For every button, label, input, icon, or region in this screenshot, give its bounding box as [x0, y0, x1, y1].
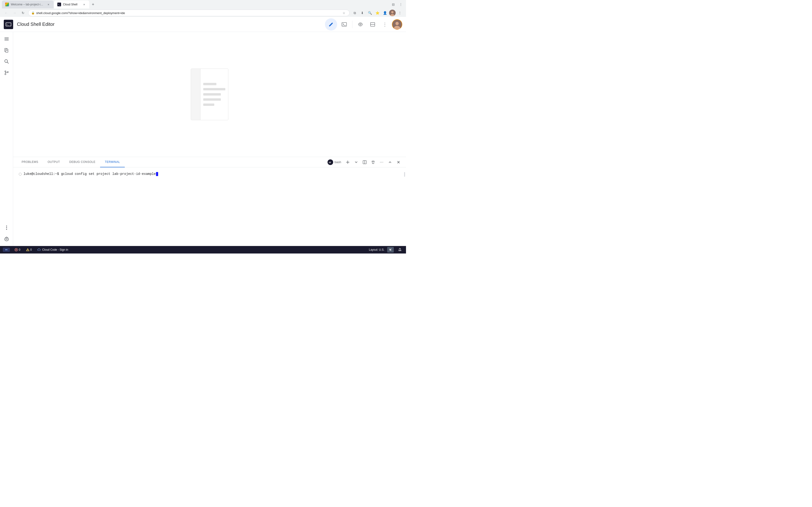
terminal-mode-button[interactable]: [339, 19, 349, 30]
tab-output-label: OUTPUT: [48, 160, 60, 164]
terminal-scrollbar[interactable]: [404, 167, 406, 246]
tab-label-cloudshell: Cloud Shell: [63, 3, 80, 6]
remote-status-icon: [5, 248, 8, 251]
collapse-icon: [388, 161, 392, 164]
terminal-cursor: [156, 172, 158, 176]
tab-debug-label: DEBUG CONSOLE: [69, 160, 95, 164]
browser-chrome: Welcome – lab-project-id-ex... ✕ >_ Clou…: [0, 0, 406, 17]
search-icon: [4, 59, 9, 64]
add-terminal-icon: [346, 160, 350, 164]
sidebar-item-more[interactable]: [1, 223, 12, 233]
terminal-prompt-text: luke@cloudshell:~$ gcloud config set pro…: [23, 172, 158, 176]
sidebar-item-search[interactable]: [1, 56, 12, 67]
tab-welcome[interactable]: Welcome – lab-project-id-ex... ✕: [2, 0, 54, 8]
tab-output[interactable]: OUTPUT: [43, 157, 65, 167]
settings-icon: [4, 236, 9, 241]
tab-close-cloudshell[interactable]: ✕: [82, 3, 86, 6]
layout-status[interactable]: Layout: U.S.: [369, 248, 385, 251]
forward-button[interactable]: →: [11, 10, 18, 16]
tab-debug-console[interactable]: DEBUG CONSOLE: [65, 157, 100, 167]
url-bar-icons: ☆: [341, 10, 347, 15]
svg-point-12: [395, 22, 399, 25]
more-terminal-button[interactable]: ⋯: [378, 158, 385, 166]
new-tab-button[interactable]: +: [90, 1, 96, 8]
svg-point-23: [5, 71, 6, 72]
placeholder-line-5: [203, 104, 214, 106]
url-bar[interactable]: 🔒 shell.cloud.google.com/?show=ide&envir…: [28, 10, 350, 16]
bell-icon: [398, 248, 402, 251]
user-avatar-icon: [392, 20, 402, 29]
status-right: Layout: U.S.: [369, 247, 403, 252]
cloud-shell-logo-icon: >_: [5, 21, 12, 28]
app-title: Cloud Shell Editor: [17, 21, 321, 27]
sidebar-item-settings[interactable]: [1, 234, 12, 244]
edit-mode-button[interactable]: [325, 18, 337, 31]
status-arrow-button[interactable]: [387, 247, 394, 252]
bash-label: bash: [335, 160, 341, 164]
tab-cloudshell[interactable]: >_ Cloud Shell ✕: [54, 0, 89, 8]
editor-area: PROBLEMS OUTPUT DEBUG CONSOLE TERMINAL: [13, 32, 406, 246]
cloud-code-label: Cloud Code - Sign in: [42, 248, 68, 251]
tab-problems[interactable]: PROBLEMS: [17, 157, 43, 167]
preview-button[interactable]: [355, 19, 366, 30]
sidebar-item-git[interactable]: [1, 68, 12, 78]
browser-right-controls: ⧉ ⬇ 🔍 ⭐ 👤 ⋮: [352, 10, 403, 16]
svg-point-24: [5, 74, 6, 75]
tab-terminal-label: TERMINAL: [105, 160, 120, 164]
sidebar-item-files[interactable]: [1, 45, 12, 55]
url-text: shell.cloud.google.com/?show=ide&environ…: [36, 11, 340, 15]
user-profile-button[interactable]: [389, 10, 396, 16]
collapse-panel-button[interactable]: [386, 158, 394, 166]
terminal-tabs-right: sh bash: [326, 158, 402, 166]
profile-avatar-icon: [389, 10, 396, 16]
terminal-user: luke@cloudshell: [23, 172, 53, 176]
more-options-button[interactable]: ⋮: [380, 19, 390, 30]
favorites-button[interactable]: ⭐: [374, 10, 380, 16]
terminal-path: :~$: [53, 172, 59, 176]
app-layout: >_ Cloud Shell Editor: [0, 17, 406, 253]
bookmark-icon[interactable]: ☆: [341, 10, 347, 15]
tab-terminal[interactable]: TERMINAL: [100, 157, 125, 167]
bash-shell-button[interactable]: sh bash: [326, 158, 343, 166]
error-icon: [14, 248, 18, 251]
download-button[interactable]: ⬇: [359, 10, 366, 16]
zoom-button[interactable]: 🔍: [366, 10, 373, 16]
browser-more-button[interactable]: ⋮: [397, 10, 403, 16]
tab-label-welcome: Welcome – lab-project-id-ex...: [11, 3, 45, 6]
sidebar-item-menu[interactable]: [1, 34, 12, 44]
app-logo: >_: [4, 20, 13, 29]
terminal-tabs-bar: PROBLEMS OUTPUT DEBUG CONSOLE TERMINAL: [13, 157, 406, 167]
warnings-status[interactable]: 0: [25, 247, 33, 252]
browser-menu-button[interactable]: ⋮: [398, 1, 404, 8]
tab-close-welcome[interactable]: ✕: [47, 3, 50, 6]
terminal-panel: PROBLEMS OUTPUT DEBUG CONSOLE TERMINAL: [13, 157, 406, 246]
tab-search-button[interactable]: ⊟: [390, 1, 397, 8]
notification-bell-button[interactable]: [397, 247, 403, 252]
cloud-code-icon: [37, 248, 41, 251]
tab-favicon-welcome: [5, 3, 9, 6]
chevron-down-icon: [355, 161, 358, 164]
reload-button[interactable]: ↻: [20, 10, 26, 16]
more-dots-icon: [6, 226, 7, 230]
user-avatar[interactable]: [392, 19, 402, 30]
terminal-body[interactable]: luke@cloudshell:~$ gcloud config set pro…: [13, 167, 406, 246]
remote-status-button[interactable]: [3, 247, 10, 252]
svg-point-27: [6, 238, 7, 240]
tab-favicon-cloudshell: >_: [57, 3, 61, 6]
delete-terminal-button[interactable]: [369, 158, 377, 166]
chevron-down-button[interactable]: [352, 158, 360, 166]
header-actions: ⋮: [325, 18, 402, 31]
split-terminal-button[interactable]: [361, 158, 368, 166]
svg-point-1: [391, 11, 394, 13]
back-button[interactable]: ←: [3, 10, 9, 16]
cloud-code-status[interactable]: Cloud Code - Sign in: [37, 247, 69, 252]
errors-status[interactable]: 0: [14, 247, 21, 252]
add-terminal-button[interactable]: [344, 158, 352, 166]
editor-pane: [13, 32, 406, 157]
close-panel-button[interactable]: [395, 158, 402, 166]
profiles-button[interactable]: 👤: [382, 10, 388, 16]
extensions-button[interactable]: ⧉: [352, 10, 358, 16]
svg-text:sh: sh: [329, 162, 331, 164]
layout-button[interactable]: [367, 19, 378, 30]
svg-line-22: [7, 62, 8, 64]
